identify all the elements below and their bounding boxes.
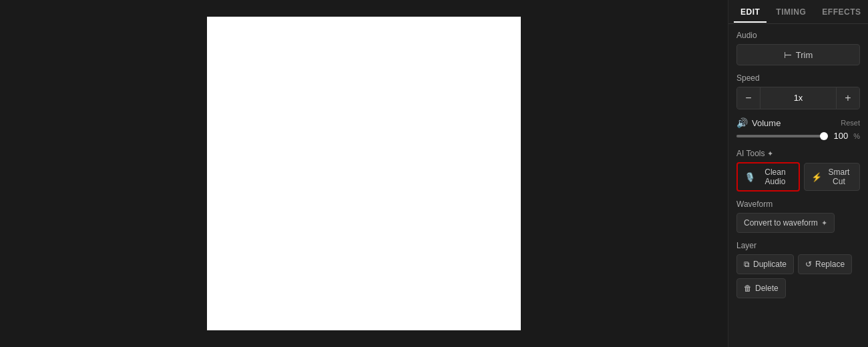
white-canvas: [207, 17, 521, 330]
smart-cut-label: Smart Cut: [825, 167, 853, 186]
panel-body: Audio ⊢ Trim Speed − 1x + 🔊 Volume Reset: [728, 24, 868, 305]
waveform-label: Waveform: [736, 200, 860, 209]
clean-audio-icon: 🎙️: [744, 172, 755, 182]
trim-label: Trim: [796, 50, 813, 60]
delete-button[interactable]: 🗑 Delete: [736, 278, 786, 298]
audio-section: Audio ⊢ Trim: [736, 31, 860, 65]
replace-button[interactable]: ↺ Replace: [798, 254, 852, 274]
volume-track: [736, 135, 824, 137]
volume-label: Volume: [752, 118, 781, 128]
volume-reset-button[interactable]: Reset: [841, 119, 860, 127]
smart-cut-button[interactable]: ⚡ Smart Cut: [804, 163, 860, 191]
speed-label: Speed: [736, 73, 860, 83]
layer-section: Layer ⧉ Duplicate ↺ Replace 🗑 Delete: [736, 241, 860, 298]
volume-section: 🔊 Volume Reset 100 %: [736, 117, 860, 141]
trim-button[interactable]: ⊢ Trim: [736, 44, 860, 65]
speed-value: 1x: [760, 87, 837, 109]
smart-cut-icon: ⚡: [811, 172, 822, 182]
tab-timing[interactable]: TIMING: [769, 2, 813, 22]
convert-sparkle-icon: ✦: [821, 219, 827, 228]
volume-value: 100: [829, 131, 848, 141]
sparkle-icon: ✦: [767, 149, 773, 158]
convert-waveform-button[interactable]: Convert to waveform ✦: [736, 213, 835, 233]
duplicate-label: Duplicate: [753, 260, 787, 269]
audio-label: Audio: [736, 31, 860, 40]
trim-icon: ⊢: [784, 49, 792, 60]
layer-label: Layer: [736, 241, 860, 250]
delete-icon: 🗑: [744, 284, 752, 293]
speed-increase-button[interactable]: +: [837, 87, 859, 109]
tab-edit[interactable]: EDIT: [734, 2, 767, 22]
clean-audio-button[interactable]: 🎙️ Clean Audio: [736, 162, 800, 192]
speed-controls: − 1x +: [736, 87, 860, 109]
volume-slider-row: 100 %: [736, 131, 860, 141]
ai-tools-label: AI Tools ✦: [736, 149, 860, 158]
volume-thumb: [820, 132, 828, 140]
volume-slider[interactable]: [736, 135, 824, 137]
speed-decrease-button[interactable]: −: [737, 87, 760, 109]
speed-section: Speed − 1x +: [736, 73, 860, 109]
volume-header: 🔊 Volume Reset: [736, 117, 860, 128]
replace-label: Replace: [815, 260, 845, 269]
ai-tools-text: AI Tools: [736, 149, 765, 158]
waveform-section: Waveform Convert to waveform ✦: [736, 200, 860, 233]
layer-row-1: ⧉ Duplicate ↺ Replace: [736, 254, 860, 274]
volume-label-group: 🔊 Volume: [736, 117, 781, 128]
tabs-bar: EDIT TIMING EFFECTS: [728, 0, 868, 24]
convert-label: Convert to waveform: [744, 218, 818, 228]
clean-audio-label: Clean Audio: [758, 167, 792, 186]
volume-icon: 🔊: [736, 117, 748, 128]
volume-percent: %: [853, 132, 860, 140]
ai-tools-buttons: 🎙️ Clean Audio ⚡ Smart Cut: [736, 162, 860, 192]
canvas-area: [0, 0, 728, 347]
right-panel: EDIT TIMING EFFECTS Audio ⊢ Trim Speed −…: [728, 0, 868, 347]
delete-label: Delete: [755, 284, 779, 293]
duplicate-icon: ⧉: [744, 260, 750, 269]
ai-tools-section: AI Tools ✦ 🎙️ Clean Audio ⚡ Smart Cut: [736, 149, 860, 192]
duplicate-button[interactable]: ⧉ Duplicate: [736, 254, 794, 274]
tab-effects[interactable]: EFFECTS: [815, 2, 867, 22]
replace-icon: ↺: [805, 260, 812, 269]
